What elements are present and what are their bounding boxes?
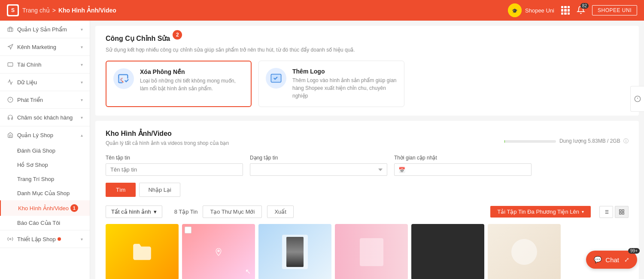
- chevron-down-icon: ▾: [81, 115, 83, 120]
- sidebar-item-phat-trien[interactable]: Phát Triển ▾: [0, 91, 90, 108]
- filename-input[interactable]: [106, 163, 243, 176]
- chevron-down-icon: ▾: [81, 98, 83, 102]
- sidebar-item-quan-ly-shop[interactable]: Quản Lý Shop ▴: [0, 126, 90, 144]
- svg-rect-19: [622, 209, 624, 211]
- sidebar-sublabel-ho-so: Hồ Sơ Shop: [17, 162, 48, 168]
- storage-info-icon[interactable]: ⓘ: [623, 138, 629, 144]
- upload-button[interactable]: Tải Tập Tin Đa Phương Tiện Lên ▾: [490, 206, 591, 218]
- sidebar-label-shop: Quản Lý Shop: [17, 132, 53, 138]
- sidebar-label-support: Chăm sóc khách hàng: [17, 114, 73, 121]
- gallery-checkbox[interactable]: [185, 227, 191, 233]
- editing-tools-section: Công Cụ Chỉnh Sửa 2 Sử dụng kết hợp nhiề…: [95, 26, 639, 116]
- sidebar-item-kenh-marketing[interactable]: Kênh Marketing ▾: [0, 38, 90, 55]
- search-button[interactable]: Tìm: [106, 183, 136, 197]
- wallet-icon: [7, 61, 14, 68]
- chat-button[interactable]: 💬 Chat 99+ ⤢: [586, 251, 637, 269]
- svg-rect-5: [8, 63, 13, 66]
- sidebar-sublabel-kho-hinh: Kho Hình Ảnh/Video: [18, 205, 69, 212]
- chevron-down-icon: ▾: [81, 62, 83, 67]
- shop-icon: [7, 132, 14, 138]
- file-count: 8 Tập Tin: [174, 208, 198, 215]
- sidebar-item-tai-chinh[interactable]: Tài Chính ▾: [0, 56, 90, 73]
- headset-icon: [7, 114, 14, 121]
- gallery-item[interactable]: [488, 224, 561, 279]
- tool-cards-container: Xóa Phông Nền Loại bỏ những chi tiết khô…: [106, 61, 629, 107]
- sidebar-item-quan-ly-san-pham[interactable]: Quản Lý Sản Phẩm ▾: [0, 21, 90, 38]
- filter-chevron-icon: ▾: [154, 208, 157, 215]
- svg-rect-20: [620, 212, 621, 214]
- grid-dot: [561, 12, 563, 15]
- gallery-section: Kho Hình Ảnh/Video Quản lý tất cả hình ả…: [95, 121, 639, 279]
- gallery-item[interactable]: [106, 224, 179, 279]
- breadcrumb-home[interactable]: Trang chủ: [22, 7, 50, 14]
- chat-badge: 99+: [628, 248, 640, 254]
- sidebar-label-settings: Thiết Lập Shop: [17, 236, 56, 242]
- sidebar-label-marketing: Kênh Marketing: [17, 44, 56, 50]
- sidebar-section-settings: Thiết Lập Shop ▾: [0, 230, 90, 248]
- all-images-label: Tất cả hình ảnh: [111, 208, 151, 215]
- shopee-uni-button[interactable]: SHOPEE UNI: [592, 5, 637, 15]
- gallery-item[interactable]: [258, 224, 331, 279]
- sidebar-sub-bao-cao[interactable]: Báo Cáo Của Tôi: [0, 216, 90, 230]
- sidebar-section-finance: Tài Chính ▾: [0, 56, 90, 74]
- chat-icon: 💬: [594, 256, 602, 264]
- breadcrumb-separator: >: [52, 7, 56, 14]
- editing-tools-desc: Sử dụng kết hợp nhiều công cụ chỉnh sửa …: [106, 47, 629, 53]
- list-view-button[interactable]: [599, 206, 613, 218]
- sidebar-sub-kho-hinh[interactable]: Kho Hình Ảnh/Video 1: [0, 200, 90, 216]
- notification-bell[interactable]: 82: [577, 6, 585, 15]
- top-nav-left: S Trang chủ > Kho Hình Ảnh/Video: [7, 4, 116, 16]
- sidebar-sub-danh-muc[interactable]: Danh Mục Của Shop: [0, 186, 90, 200]
- sidebar-sublabel-trang-tri: Trang Trí Shop: [17, 176, 54, 182]
- date-input[interactable]: [394, 163, 532, 176]
- svg-rect-18: [620, 209, 621, 211]
- grid-dot: [561, 6, 563, 8]
- sidebar-sublabel-bao-cao: Báo Cáo Của Tôi: [17, 220, 60, 226]
- sidebar-item-thiet-lap[interactable]: Thiết Lập Shop ▾: [0, 230, 90, 248]
- settings-icon: [7, 236, 14, 242]
- gallery-item[interactable]: ↖: [182, 224, 255, 279]
- reset-button[interactable]: Nhập Lại: [139, 183, 180, 197]
- gallery-item[interactable]: [335, 224, 408, 279]
- all-images-filter[interactable]: Tất cả hình ảnh ▾: [106, 205, 162, 218]
- svg-text:🎓: 🎓: [512, 8, 518, 14]
- tool-card-xoa-phong-nen[interactable]: Xóa Phông Nền Loại bỏ những chi tiết khô…: [106, 61, 252, 107]
- xoa-phong-nen-desc: Loại bỏ những chi tiết không mong muốn, …: [140, 77, 244, 92]
- filetype-select[interactable]: [250, 163, 387, 176]
- tool-card-them-logo[interactable]: Thêm Logo Thêm Logo vào hình ảnh sản phẩ…: [258, 61, 404, 107]
- sidebar-sub-ho-so[interactable]: Hồ Sơ Shop: [0, 158, 90, 172]
- megaphone-icon: [7, 43, 14, 50]
- sidebar-section-data: Dữ Liệu ▾: [0, 74, 90, 91]
- chevron-up-icon: ▴: [81, 133, 83, 138]
- chat-label: Chat: [605, 256, 619, 264]
- date-picker-wrap: 📅: [394, 163, 532, 176]
- sidebar-sublabel-danh-gia: Đánh Giá Shop: [17, 147, 55, 154]
- sidebar-label-develop: Phát Triển: [17, 97, 43, 103]
- storage-section: Dung lượng 5.83MB / 2GB ⓘ: [504, 138, 629, 145]
- storage-bar: Dung lượng 5.83MB / 2GB ⓘ: [504, 138, 629, 145]
- export-button[interactable]: Xuất: [267, 205, 294, 218]
- bell-badge: 82: [580, 3, 589, 9]
- grid-view-button[interactable]: [615, 206, 629, 218]
- sidebar-item-cham-soc[interactable]: Chăm sóc khách hàng ▾: [0, 109, 90, 126]
- calendar-icon: 📅: [398, 166, 405, 173]
- shopee-uni-label: Shopee Uni: [525, 7, 554, 14]
- gallery-item[interactable]: [411, 224, 484, 279]
- sidebar-section-shop-manage: Quản Lý Shop ▴ Đánh Giá Shop Hồ Sơ Shop …: [0, 126, 90, 230]
- grid-menu-icon[interactable]: [561, 6, 570, 15]
- create-folder-button[interactable]: Tạo Thư Mục Mới: [203, 205, 262, 218]
- grid-dot: [561, 9, 563, 11]
- them-logo-desc: Thêm Logo vào hình ảnh sản phẩm giúp gia…: [292, 77, 397, 100]
- right-side-widget[interactable]: [630, 86, 644, 112]
- grid-dot: [568, 9, 570, 11]
- sidebar-sub-danh-gia[interactable]: Đánh Giá Shop: [0, 144, 90, 158]
- step2-badge: 2: [173, 30, 182, 40]
- filter-group-filetype: Dạng tập tin: [250, 155, 387, 176]
- sidebar-sub-trang-tri[interactable]: Trang Trí Shop: [0, 172, 90, 186]
- sidebar-section-marketing: Kênh Marketing ▾: [0, 38, 90, 56]
- shopee-logo[interactable]: S: [7, 4, 19, 16]
- sidebar: Quản Lý Sản Phẩm ▾ Kênh Marketing ▾: [0, 21, 90, 279]
- them-logo-text: Thêm Logo Thêm Logo vào hình ảnh sản phẩ…: [292, 68, 397, 100]
- sidebar-item-du-lieu[interactable]: Dữ Liệu ▾: [0, 74, 90, 91]
- filename-label: Tên tập tin: [106, 155, 243, 161]
